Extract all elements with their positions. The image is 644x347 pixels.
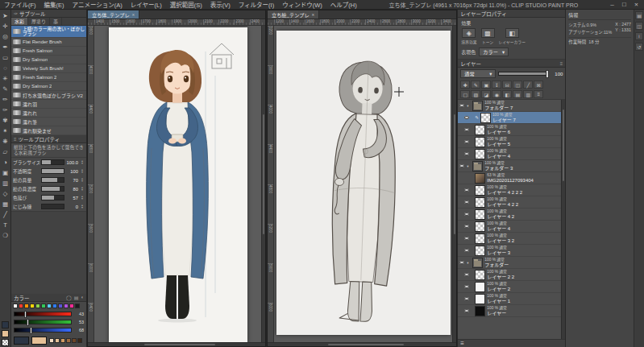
subtool-tab[interactable]: 水彩 [11, 18, 28, 25]
brush-item[interactable]: Velvety Soft Brush! [11, 64, 86, 73]
palette-menu-icon[interactable]: ≡ [534, 90, 543, 98]
layer-row[interactable]: 100 % 通常 レイヤー 5 [458, 136, 561, 148]
layer-visibility-toggle[interactable] [459, 164, 465, 167]
delete-layer-icon[interactable]: ⊠ [534, 81, 543, 89]
merge-down-icon[interactable]: ⊟ [502, 81, 512, 89]
maximize-button[interactable]: ☐ [618, 2, 630, 8]
layer-row[interactable]: 63 % 通常 IMG20201127093404 [458, 172, 561, 184]
layer-row[interactable]: ▾ 100 % 通常 フォルダー [458, 257, 561, 269]
rgb-slider-track[interactable] [14, 328, 72, 333]
canvas-paper-sketch[interactable] [276, 31, 451, 335]
layer-thumbnail[interactable] [472, 101, 483, 111]
slider-stepper[interactable]: ▲ ▼ [80, 196, 85, 200]
canvas-vertical-scrollbar[interactable] [452, 26, 456, 342]
brush-item[interactable]: 濡れれ [11, 109, 86, 118]
canvas-vertical-scrollbar[interactable] [261, 26, 265, 342]
color-swatch[interactable] [41, 304, 46, 308]
material-panel-tab-icon[interactable]: ▤ [635, 11, 643, 19]
close-button[interactable]: ✕ [630, 2, 642, 8]
pen-tool-icon[interactable]: ✎ [1, 84, 10, 94]
layer-row[interactable]: 100 % 通常 レイヤー 4 [458, 221, 561, 233]
main-color-swatch[interactable] [14, 337, 29, 345]
main-color-chip[interactable] [2, 321, 9, 328]
layer-visibility-toggle[interactable] [463, 116, 470, 119]
brush-item[interactable]: Fresh Salmon 2 [11, 73, 86, 82]
canvas-viewport[interactable] [94, 26, 261, 342]
layer-visibility-toggle[interactable] [463, 128, 470, 131]
decoration-tool-icon[interactable]: ❋ [1, 136, 10, 147]
layer-thumbnail[interactable] [472, 161, 483, 171]
slider-stepper[interactable]: ▲ ▼ [80, 160, 85, 165]
layer-visibility-toggle[interactable] [459, 104, 465, 107]
gradient-tool-icon[interactable]: ▥ [1, 178, 10, 188]
layer-row[interactable]: 100 % 通常 レイヤー 6 [458, 124, 561, 136]
color-swatch[interactable] [47, 304, 52, 308]
blend-mode-dropdown[interactable]: 通常 ▾ [460, 69, 496, 78]
lock-layer-icon[interactable]: ▢ [460, 90, 470, 98]
navigator-panel-tab-icon[interactable]: ◫ [635, 22, 643, 30]
brush-item[interactable]: 濡れ筆 [11, 118, 86, 126]
palette-settings-icon[interactable]: ≡ [460, 340, 464, 347]
layer-visibility-toggle[interactable] [463, 188, 470, 192]
close-icon[interactable]: ✕ [312, 13, 315, 17]
layer-name[interactable]: レイヤー 6 [487, 130, 560, 135]
light-table-icon[interactable]: ▥ [523, 90, 533, 98]
slider-stepper[interactable]: ▲ ▼ [80, 204, 85, 209]
horizontal-ruler[interactable]: 1200140016001800200022002400260028003000… [268, 19, 456, 26]
color-swatch[interactable] [19, 304, 23, 308]
layer-thumbnail[interactable] [475, 306, 485, 316]
layer-visibility-toggle[interactable] [463, 213, 470, 216]
close-icon[interactable]: ✕ [132, 13, 135, 17]
operation-tool-icon[interactable]: ➤ [1, 10, 10, 21]
menu-item[interactable]: ウィンドウ(W) [278, 0, 326, 9]
history-color-swatch[interactable] [66, 338, 71, 343]
brush-item[interactable]: Flat Render Brush [11, 38, 86, 47]
menu-item[interactable]: 編集(E) [40, 0, 69, 9]
layer-visibility-toggle[interactable] [463, 176, 470, 180]
color-swatch[interactable] [69, 304, 74, 308]
menu-item[interactable]: アニメーション(A) [69, 0, 127, 9]
airbrush-tool-icon[interactable]: ✴ [1, 126, 10, 136]
slider-track[interactable] [41, 204, 64, 209]
layer-visibility-toggle[interactable] [463, 273, 470, 276]
layer-name[interactable]: レイヤー 3 2 [487, 238, 560, 244]
layer-name[interactable]: レイヤー 2 2 [487, 275, 560, 280]
color-swatch[interactable] [75, 304, 80, 308]
layer-thumbnail[interactable] [475, 270, 485, 280]
layer-name[interactable]: レイヤー 1 [487, 299, 560, 304]
layer-thumbnail[interactable] [475, 137, 485, 147]
color-mix-tab-icon[interactable]: ◐ [81, 295, 84, 300]
layer-row[interactable]: 100 % 通常 レイヤー 4 2 [458, 209, 561, 221]
two-pane-icon[interactable]: ◧ [502, 90, 512, 98]
folder-expander-icon[interactable]: ▾ [467, 261, 471, 265]
layer-name[interactable]: レイヤー 2 [487, 287, 560, 292]
folder-expander-icon[interactable]: ▾ [467, 104, 471, 108]
rgb-slider-knob[interactable] [27, 319, 29, 326]
slider-track[interactable] [41, 177, 64, 183]
layer-name[interactable]: レイヤー [487, 311, 560, 316]
layer-thumbnail[interactable] [475, 173, 485, 184]
reference-layer-icon[interactable]: ◉ [492, 90, 501, 98]
history-panel-tab-icon[interactable]: ↺ [635, 43, 643, 51]
slider-stepper[interactable]: ▲ ▼ [80, 178, 85, 183]
move-tool-icon[interactable]: ✛ [1, 21, 10, 31]
color-swatch[interactable] [30, 304, 35, 308]
slider-track[interactable] [41, 159, 64, 165]
ruler-tool-icon[interactable]: ╱ [1, 209, 10, 220]
layer-name[interactable]: レイヤー 4 2 2 2 [487, 190, 560, 196]
layer-name[interactable]: フォルダー 3 [484, 166, 560, 171]
rgb-slider-knob[interactable] [24, 311, 27, 318]
tone-effect-icon[interactable]: ▩ [481, 28, 495, 38]
slider-track[interactable] [41, 195, 64, 200]
layer-thumbnail[interactable] [475, 282, 485, 292]
tool-property-slider[interactable]: 絵の具量 70 ▲ ▼ [11, 176, 86, 184]
subtool-tab[interactable]: 厚塗り [28, 18, 50, 25]
menu-item[interactable]: フィルター(I) [235, 0, 278, 9]
color-swatch[interactable] [64, 304, 69, 308]
layer-row[interactable]: 100 % 通常 レイヤー [458, 305, 561, 317]
onion-skin-icon[interactable]: ▤ [513, 90, 522, 98]
new-folder-icon[interactable]: ▣ [481, 81, 491, 89]
layer-row[interactable]: ▾ 100 % 通常 フォルダー 7 [458, 100, 561, 112]
layer-list-scrollbar[interactable] [561, 100, 565, 339]
layer-row[interactable]: 100 % 通常 レイヤー 2 [458, 281, 561, 293]
